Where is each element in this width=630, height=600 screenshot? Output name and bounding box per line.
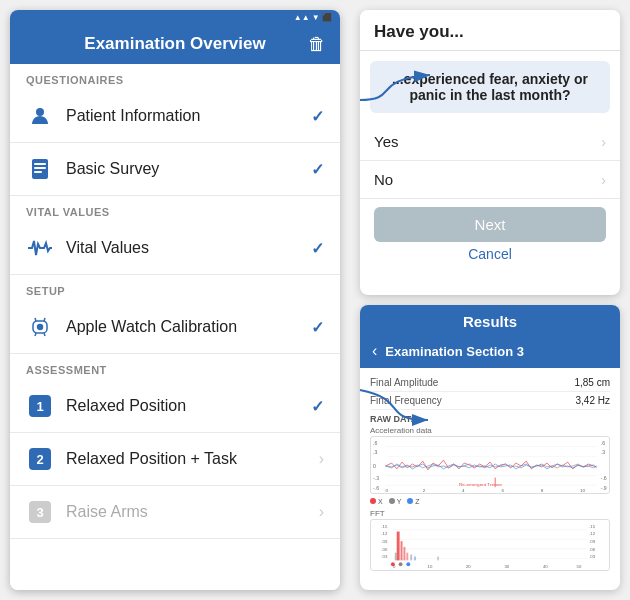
svg-text:.03: .03: [381, 554, 388, 559]
list-item-raise-arms[interactable]: 3 Raise Arms ›: [10, 486, 340, 539]
svg-rect-60: [410, 555, 412, 561]
svg-text:.6: .6: [601, 440, 606, 446]
list-item-apple-watch[interactable]: Apple Watch Calibration ✓: [10, 301, 340, 354]
svg-text:.06: .06: [589, 547, 596, 552]
results-subheader: ‹ Examination Section 3: [360, 338, 620, 368]
doc-icon: [26, 155, 54, 183]
back-icon[interactable]: ‹: [372, 342, 377, 360]
svg-text:-.6: -.6: [373, 485, 379, 491]
section-questionnaires-header: QUESTIONAIRES: [10, 64, 340, 90]
watch-icon: [26, 313, 54, 341]
svg-point-64: [399, 562, 403, 566]
frequency-label: Final Frequency: [370, 395, 442, 406]
svg-line-7: [44, 318, 45, 321]
apple-watch-label: Apple Watch Calibration: [66, 318, 311, 336]
raise-arms-label: Raise Arms: [66, 503, 319, 521]
survey-option-yes-label: Yes: [374, 133, 398, 150]
status-bar: ▲▲ ▼ ⬛: [10, 10, 340, 24]
apple-watch-check: ✓: [311, 318, 324, 337]
legend-y: Y: [389, 498, 402, 505]
svg-text:.12: .12: [381, 531, 388, 536]
svg-text:0: 0: [373, 463, 376, 469]
patient-info-label: Patient Information: [66, 107, 311, 125]
num3-icon: 3: [26, 498, 54, 526]
svg-line-6: [35, 318, 36, 321]
svg-text:.3: .3: [373, 450, 378, 456]
legend-z: Z: [407, 498, 419, 505]
phone-content: QUESTIONAIRES Patient Information ✓ Basi…: [10, 64, 340, 590]
legend-x: X: [370, 498, 383, 505]
svg-text:.09: .09: [381, 539, 388, 544]
svg-text:20: 20: [466, 564, 471, 569]
svg-rect-4: [34, 171, 42, 173]
svg-text:2: 2: [423, 488, 426, 493]
raise-arms-chevron: ›: [319, 503, 324, 521]
list-item-relaxed-pos[interactable]: 1 Relaxed Position ✓: [10, 380, 340, 433]
list-item-patient-info[interactable]: Patient Information ✓: [10, 90, 340, 143]
num1-icon: 1: [26, 392, 54, 420]
svg-text:.15: .15: [589, 524, 596, 529]
phone-header: Examination Overview 🗑: [10, 24, 340, 64]
delete-icon[interactable]: 🗑: [308, 34, 326, 55]
svg-point-10: [38, 325, 43, 330]
svg-text:.3: .3: [601, 450, 606, 456]
cancel-button[interactable]: Cancel: [468, 246, 512, 262]
results-card: Results ‹ Examination Section 3 Final Am…: [360, 305, 620, 590]
vitals-icon: [26, 234, 54, 262]
result-row-frequency: Final Frequency 3,42 Hz: [370, 392, 610, 410]
svg-text:0: 0: [385, 488, 388, 493]
basic-survey-label: Basic Survey: [66, 160, 311, 178]
svg-point-63: [391, 562, 395, 566]
section-assessment-header: ASSESSMENT: [10, 354, 340, 380]
person-icon: [26, 102, 54, 130]
chart-legend: X Y Z: [370, 498, 610, 505]
svg-text:30: 30: [504, 564, 509, 569]
list-item-vital-values[interactable]: Vital Values ✓: [10, 222, 340, 275]
fft-chart: .15 .12 .09 .06 .03 .15 .12 .09 .06 .03: [370, 519, 610, 571]
basic-survey-check: ✓: [311, 160, 324, 179]
svg-rect-3: [34, 167, 46, 169]
vital-values-label: Vital Values: [66, 239, 311, 257]
acceleration-chart: .6 .3 0 -.3 -.6 .6 .3 -.6 -.9: [370, 436, 610, 494]
results-section-title: Examination Section 3: [385, 344, 524, 359]
survey-option-no[interactable]: No ›: [360, 161, 620, 199]
svg-rect-62: [437, 557, 439, 561]
svg-point-0: [36, 108, 44, 116]
list-item-basic-survey[interactable]: Basic Survey ✓: [10, 143, 340, 196]
svg-line-8: [35, 333, 36, 336]
svg-text:-.6: -.6: [601, 476, 607, 482]
survey-question: ...experienced fear, anxiety or panic in…: [370, 61, 610, 113]
svg-rect-55: [397, 532, 400, 561]
vital-values-check: ✓: [311, 239, 324, 258]
num2-icon: 2: [26, 445, 54, 473]
svg-text:.12: .12: [589, 531, 596, 536]
chart-label: Acceleration data: [370, 426, 610, 435]
survey-actions: Next Cancel: [360, 199, 620, 270]
svg-text:40: 40: [543, 564, 548, 569]
fft-label: FFT: [370, 509, 610, 518]
svg-rect-61: [414, 557, 416, 561]
survey-card: Have you... ...experienced fear, anxiety…: [360, 10, 620, 295]
svg-text:8: 8: [541, 488, 544, 493]
survey-option-yes[interactable]: Yes ›: [360, 123, 620, 161]
svg-text:10: 10: [428, 564, 433, 569]
svg-line-9: [44, 333, 45, 336]
amplitude-label: Final Amplitude: [370, 377, 438, 388]
svg-text:.06: .06: [381, 547, 388, 552]
relaxed-pos-label: Relaxed Position: [66, 397, 311, 415]
survey-option-no-label: No: [374, 171, 393, 188]
amplitude-value: 1,85 cm: [574, 377, 610, 388]
svg-rect-57: [403, 547, 405, 560]
survey-yes-chevron: ›: [601, 134, 606, 150]
next-button[interactable]: Next: [374, 207, 606, 242]
results-header: Results: [360, 305, 620, 338]
list-item-relaxed-task[interactable]: 2 Relaxed Position + Task ›: [10, 433, 340, 486]
svg-text:-.3: -.3: [373, 476, 379, 482]
right-panel: Have you... ...experienced fear, anxiety…: [340, 0, 630, 600]
svg-text:.09: .09: [589, 539, 596, 544]
raw-data-label: RAW DATA: [370, 414, 610, 424]
svg-text:4: 4: [462, 488, 465, 493]
svg-rect-59: [395, 553, 397, 561]
svg-text:.6: .6: [373, 440, 378, 446]
svg-text:6: 6: [501, 488, 504, 493]
